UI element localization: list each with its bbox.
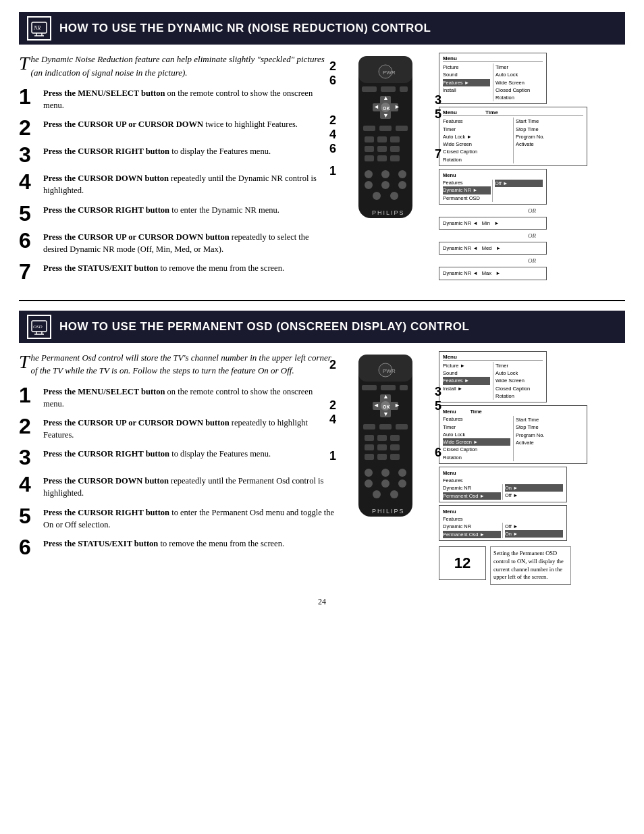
step-number-3: 3 <box>19 144 38 165</box>
step-number-4: 4 <box>19 171 38 192</box>
ft-row-timer: Timer <box>443 126 510 133</box>
s2-perm-on: On ► <box>505 484 563 492</box>
s2-perm-dnr: Dynamic NR <box>443 484 501 492</box>
ft-row-autolock: Auto Lock ► <box>443 133 510 140</box>
s2-menu-right-widescreen: Wide Screen <box>495 377 543 384</box>
s2-badge-24: 24 <box>329 398 336 427</box>
svg-rect-9 <box>362 86 377 92</box>
ft-row-widescreen: Wide Screen <box>443 140 510 148</box>
s2-ft-timer: Timer <box>443 423 510 431</box>
svg-rect-50 <box>362 385 377 390</box>
svg-point-33 <box>398 181 406 189</box>
dynamic-nr-screen: Menu Features Dynamic NR ► Permanent OSD… <box>439 169 547 205</box>
svg-point-70 <box>381 469 390 477</box>
s2-menu-row-install: Install ► <box>443 385 490 392</box>
or-3: OR <box>439 257 625 264</box>
svg-point-74 <box>398 479 406 488</box>
section2-body: The Permanent Osd control will store the… <box>19 351 625 585</box>
svg-text:◄: ◄ <box>373 402 379 409</box>
svg-point-34 <box>373 192 381 200</box>
s2-ft-right-stop: Stop Time <box>516 423 583 431</box>
svg-text:PHILIPS: PHILIPS <box>372 209 405 216</box>
s2-menu-row-picture: Picture ► <box>443 362 490 369</box>
svg-rect-58 <box>379 424 392 429</box>
dnr-med-row: Dynamic NR ◄ Med ► <box>443 244 543 252</box>
s2-perm-on-menu: Menu <box>443 508 501 515</box>
dnr-row-sel: Dynamic NR ► <box>443 186 491 194</box>
section2-icon: OSD <box>27 315 51 339</box>
section1-header: NR How to use the Dynamic NR (Noise Redu… <box>19 12 625 45</box>
step-number-2: 2 <box>19 117 38 138</box>
step-2-2: 2 Press the CURSOR UP or CURSOR DOWN but… <box>19 415 335 441</box>
svg-point-73 <box>381 479 390 488</box>
svg-rect-18 <box>396 126 408 131</box>
s2-menu-right-caption: Closed Caption <box>495 385 543 392</box>
section1-diagram: 26 246 1 35 7 PWR <box>342 53 625 280</box>
step-number-6: 6 <box>19 230 38 251</box>
ft-right-start: Start Time <box>516 118 583 125</box>
step-1-1: 1 Press the MENU/SELECT button on the re… <box>19 86 335 111</box>
remote-svg-2: PWR OK <box>348 351 423 527</box>
s2-step-number-2: 2 <box>19 415 38 437</box>
or-2: OR <box>439 232 625 239</box>
features-menu-title-1: Menu Time <box>443 109 583 116</box>
svg-rect-64 <box>377 444 387 450</box>
step-text-2: Press the CURSOR UP or CURSOR DOWN twice… <box>43 117 298 130</box>
s2-perm-menu: Menu <box>443 469 501 477</box>
badge-35: 35 <box>435 93 441 122</box>
step-text-3: Press the CURSOR RIGHT button to display… <box>43 144 271 157</box>
s2-ft-right-start: Start Time <box>516 416 583 423</box>
svg-text:NR: NR <box>33 25 41 31</box>
step-text-6: Press the CURSOR UP or CURSOR DOWN butto… <box>43 230 335 255</box>
s2-perm-on-osd-row: Permanent Osd ► <box>443 531 501 538</box>
section1-left: The Dynamic Noise Reduction feature can … <box>19 53 335 288</box>
svg-point-71 <box>398 469 406 477</box>
badge-1: 1 <box>329 164 336 178</box>
s2-perm-on-features: Features <box>443 515 501 523</box>
s2-main-menu-screen: Menu Picture ► Sound Features ► Install … <box>439 351 547 402</box>
menu-row-features-sel: Features ► <box>443 79 490 86</box>
drop-cap-2: T <box>19 353 30 371</box>
menu-row-sound: Sound <box>443 71 490 78</box>
svg-rect-51 <box>381 385 396 390</box>
svg-rect-62 <box>390 435 400 441</box>
s2-step-text-2: Press the CURSOR UP or CURSOR DOWN butto… <box>43 415 335 441</box>
svg-text:PWR: PWR <box>383 368 396 374</box>
section2-right: 2 24 1 35 6 PWR <box>342 351 625 585</box>
svg-point-29 <box>381 170 390 178</box>
menu-row-picture: Picture <box>443 63 490 71</box>
s2-ft-caption: Closed Caption <box>443 446 510 453</box>
dnr-off: Off ► <box>495 180 543 187</box>
menu-row-install: Install <box>443 86 490 94</box>
s2-perm-osd-row: Permanent Osd ► <box>443 492 501 500</box>
dnr-title: Menu <box>443 172 491 179</box>
ft-row-rotation: Rotation <box>443 156 510 163</box>
step-number-5: 5 <box>19 203 38 224</box>
s2-badge-35: 35 <box>435 385 441 413</box>
s2-features-time-screen: Menu Time Features Timer Auto Lock Wide … <box>439 405 587 464</box>
s2-step-text-1: Press the MENU/SELECT button on the remo… <box>43 384 335 410</box>
s2-main-menu-title: Menu <box>443 354 543 361</box>
ft-right-activate: Activate <box>516 140 583 148</box>
footer-note-box: Setting the Permanent OSD control to ON,… <box>490 546 571 585</box>
svg-rect-21 <box>390 136 400 142</box>
ft-row-f: Features <box>443 118 510 125</box>
menu-right-rotation: Rotation <box>495 94 543 101</box>
svg-rect-59 <box>396 424 408 429</box>
s2-step-number-3: 3 <box>19 446 38 468</box>
step-1-5: 5 Press the CURSOR RIGHT button to enter… <box>19 203 335 224</box>
svg-text:OK: OK <box>383 106 390 111</box>
svg-text:►: ► <box>394 103 400 110</box>
svg-rect-66 <box>365 454 374 460</box>
features-time-screen-1: Menu Time Features Timer Auto Lock ► Wid… <box>439 107 587 166</box>
svg-rect-27 <box>390 155 400 161</box>
menu-right-timer: Timer <box>495 63 543 71</box>
step-2-1: 1 Press the MENU/SELECT button on the re… <box>19 384 335 410</box>
step-text-7: Press the STATUS/EXIT button to remove t… <box>43 261 284 274</box>
svg-text:OSD: OSD <box>33 324 43 330</box>
section2-screens: Menu Picture ► Sound Features ► Install … <box>439 351 625 585</box>
svg-point-75 <box>373 490 381 498</box>
section1-body: The Dynamic Noise Reduction feature can … <box>19 53 625 288</box>
page-number: 24 <box>19 597 625 607</box>
section1-steps: 1 Press the MENU/SELECT button on the re… <box>19 86 335 282</box>
